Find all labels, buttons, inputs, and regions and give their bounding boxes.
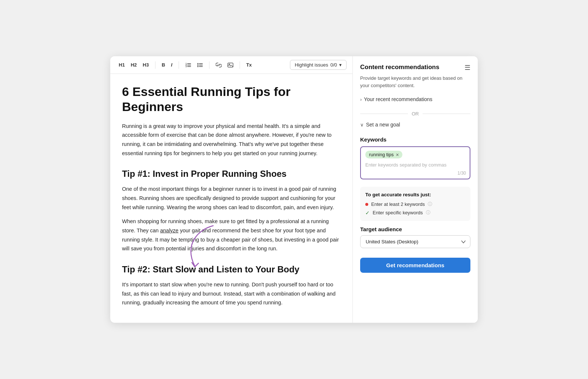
accurate-results-box: To get accurate results just: Enter at l… — [360, 187, 470, 221]
svg-point-11 — [197, 66, 198, 67]
chevron-right-icon: › — [360, 97, 362, 102]
audience-select[interactable]: United States (Desktop) United Kingdom (… — [360, 235, 470, 248]
link-button[interactable] — [213, 61, 224, 69]
list-buttons: 1 2 3 — [183, 61, 205, 69]
keyword-remove-btn[interactable]: × — [396, 152, 399, 157]
check-icon: ✓ — [365, 210, 370, 216]
info-icon-1[interactable]: ⓘ — [428, 201, 432, 207]
get-recommendations-button[interactable]: Get recommendations — [360, 258, 470, 273]
highlight-issues-button[interactable]: Highlight issues 0/0 ▾ — [290, 60, 347, 70]
new-goal-section: ∨ Set a new goal — [360, 120, 470, 129]
accurate-title: To get accurate results just: — [365, 192, 465, 197]
svg-rect-13 — [228, 63, 233, 67]
svg-text:3: 3 — [186, 65, 187, 68]
red-bullet-icon — [365, 203, 368, 206]
image-button[interactable] — [225, 61, 236, 69]
keywords-label: Keywords — [360, 136, 470, 143]
article-title: 6 Essential Running Tips for Beginners — [122, 84, 341, 114]
editor-content[interactable]: 6 Essential Running Tips for Beginners R… — [110, 74, 352, 323]
divider-2 — [179, 61, 179, 69]
intro-paragraph: Running is a great way to improve your p… — [122, 122, 341, 158]
sidebar-desc: Provide target keywords and get ideas ba… — [360, 75, 470, 89]
italic-button[interactable]: I — [168, 61, 175, 69]
keywords-counter: 1/30 — [458, 171, 466, 176]
keyword-tag-running-tips[interactable]: running tips × — [365, 151, 402, 158]
ordered-list-button[interactable]: 1 2 3 — [183, 61, 194, 69]
highlight-count: 0/0 — [330, 62, 337, 68]
accurate-item-1: Enter at least 2 keywords ⓘ — [365, 201, 465, 207]
insert-buttons — [213, 61, 236, 69]
format-buttons: B I — [159, 61, 175, 69]
accurate-item2-text: Enter specific keywords — [373, 210, 423, 215]
accurate-item-2: ✓ Enter specific keywords ⓘ — [365, 210, 465, 216]
sidebar-title: Content recommendations — [360, 64, 439, 71]
tip1-para1: One of the most important things for a b… — [122, 185, 341, 212]
new-goal-label: Set a new goal — [366, 122, 400, 128]
chevron-down-icon: ∨ — [360, 122, 364, 128]
keyword-tag-text: running tips — [369, 152, 394, 157]
heading-tip2: Tip #2: Start Slow and Listen to Your Bo… — [122, 264, 341, 275]
app-container: H1 H2 H3 B I 1 — [110, 56, 478, 323]
clear-format-button[interactable]: Tx — [244, 61, 254, 69]
heading-tip1: Tip #1: Invest in Proper Running Shoes — [122, 168, 341, 179]
tip1-para2: When shopping for running shoes, make su… — [122, 217, 341, 253]
h1-button[interactable]: H1 — [116, 61, 128, 69]
tip2-para1: It's important to start slow when you're… — [122, 280, 341, 307]
svg-point-10 — [197, 64, 198, 65]
or-divider: OR — [360, 111, 470, 117]
recent-recommendations-row[interactable]: › Your recent recommendations — [360, 95, 470, 104]
keyword-tags-container: running tips × — [365, 151, 465, 161]
svg-point-9 — [197, 63, 198, 64]
target-audience-label: Target audience — [360, 226, 470, 232]
new-goal-row[interactable]: ∨ Set a new goal — [360, 120, 470, 129]
or-text: OR — [412, 111, 419, 117]
divider-3 — [209, 61, 209, 69]
recent-label: Your recent recommendations — [364, 96, 432, 102]
divider-4 — [240, 61, 240, 69]
highlight-label: Highlight issues — [295, 62, 328, 68]
bold-button[interactable]: B — [159, 61, 168, 69]
divider-1 — [155, 61, 155, 69]
accurate-item1-text: Enter at least 2 keywords — [371, 201, 425, 207]
h2-button[interactable]: H2 — [128, 61, 140, 69]
recent-section: › Your recent recommendations — [360, 95, 470, 104]
info-icon-2[interactable]: ⓘ — [426, 210, 430, 216]
menu-icon[interactable]: ☰ — [465, 64, 470, 72]
sidebar-header: Content recommendations ☰ — [360, 64, 470, 72]
keywords-box[interactable]: running tips × Enter keywords separated … — [360, 146, 470, 179]
svg-point-14 — [229, 64, 230, 64]
toolbar: H1 H2 H3 B I 1 — [110, 56, 352, 74]
keywords-placeholder: Enter keywords separated by commas — [365, 162, 465, 168]
para2-link: analyze — [160, 228, 179, 233]
heading-buttons: H1 H2 H3 — [116, 61, 151, 69]
editor-panel: H1 H2 H3 B I 1 — [110, 56, 353, 323]
unordered-list-button[interactable] — [194, 61, 205, 69]
highlight-chevron: ▾ — [339, 62, 342, 68]
sidebar: Content recommendations ☰ Provide target… — [353, 56, 478, 323]
target-audience-section: Target audience United States (Desktop) … — [360, 226, 470, 254]
h3-button[interactable]: H3 — [140, 61, 151, 69]
editor-wrapper: H1 H2 H3 B I 1 — [110, 56, 353, 323]
